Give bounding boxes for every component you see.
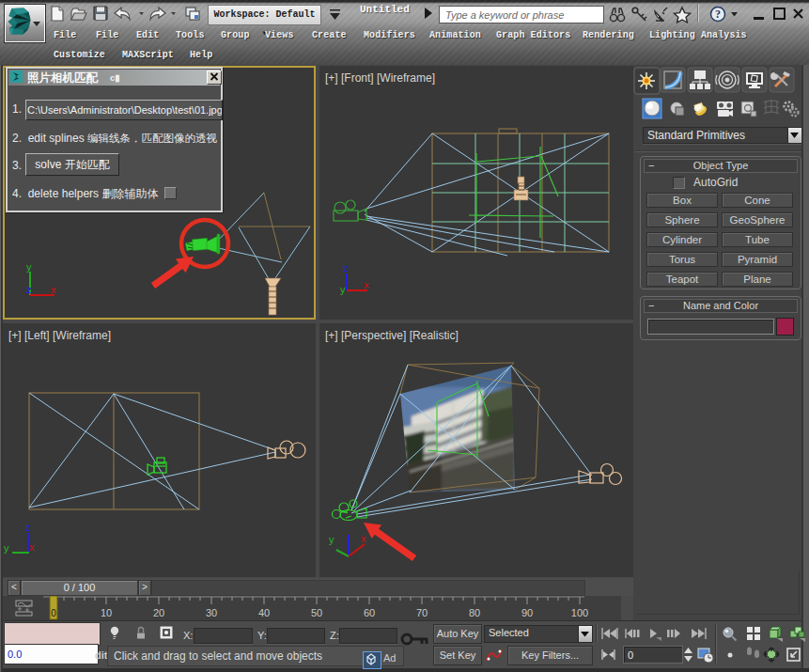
svg-text:40: 40	[258, 607, 270, 618]
svg-text:30: 30	[206, 607, 217, 618]
svg-text:x: x	[364, 279, 369, 290]
svg-text:?: ?	[715, 8, 721, 21]
svg-text:y: y	[4, 542, 9, 554]
svg-text:z: z	[26, 284, 32, 295]
svg-text:z: z	[25, 522, 31, 533]
svg-text:10: 10	[101, 607, 112, 618]
svg-text:y: y	[340, 284, 346, 295]
svg-text:20: 20	[153, 607, 164, 618]
svg-text:x: x	[51, 284, 56, 295]
svg-text:z: z	[343, 262, 349, 273]
svg-text:x: x	[361, 533, 366, 544]
svg-text:x: x	[29, 541, 35, 553]
svg-text:100: 100	[571, 607, 588, 618]
svg-text:0: 0	[51, 608, 56, 618]
svg-text:y: y	[26, 261, 32, 273]
svg-text:60: 60	[364, 607, 375, 618]
svg-text:80: 80	[469, 607, 480, 618]
svg-text:50: 50	[311, 607, 322, 618]
svg-text:70: 70	[416, 607, 428, 618]
svg-text:90: 90	[521, 607, 533, 618]
svg-text:y: y	[329, 534, 334, 545]
